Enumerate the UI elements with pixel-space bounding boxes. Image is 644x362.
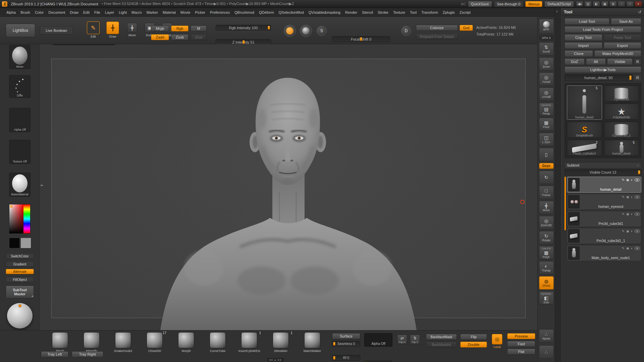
right-shelf-button[interactable]: ╋ Move	[539, 201, 554, 214]
titlebar-icon[interactable]: ▦	[601, 1, 608, 7]
uv-icon[interactable]: ◉	[626, 246, 629, 250]
polypaint-icon[interactable]: ✎	[622, 212, 625, 216]
seamless-slider[interactable]: Seamless 0	[332, 341, 360, 347]
visible-count-slider[interactable]: Visible Count 13	[565, 169, 641, 175]
import-button[interactable]: Import	[565, 42, 602, 49]
right-shelf-button[interactable]: ◐ Transp	[539, 261, 554, 275]
lightbox-button[interactable]: LightBox	[6, 24, 35, 37]
visibility-eye-icon[interactable]	[635, 230, 640, 233]
move-tool[interactable]: ╋ Move	[125, 23, 140, 37]
menu-item[interactable]: Preferences	[208, 9, 232, 16]
shade-icon[interactable]: ◐	[631, 246, 633, 250]
right-shelf-button[interactable]: ▯	[539, 148, 554, 161]
xpose-button[interactable]: ∴	[539, 345, 554, 359]
goz-r-button[interactable]: R	[634, 58, 641, 65]
subtool-scrollbar[interactable]	[565, 177, 566, 230]
alternate-button[interactable]: Alternate	[6, 269, 34, 274]
right-shelf-button[interactable]: ↻	[539, 171, 554, 184]
brush-item[interactable]: Pinch	[44, 330, 76, 354]
canvas-pager[interactable]: ◂◂ ▴ ▸▸	[267, 358, 284, 362]
tool-thumbnail[interactable]: 5 human_detail	[604, 140, 639, 156]
menu-item[interactable]: QVisiable&masking	[306, 9, 343, 16]
colorize-button[interactable]: Colorize	[416, 25, 458, 31]
shade-icon[interactable]: ◐	[631, 212, 633, 216]
brush-item[interactable]: MatchMaker	[297, 330, 328, 354]
flip-h-button[interactable]: ⇄Flip H	[397, 335, 407, 345]
menu-item[interactable]: Document	[46, 9, 67, 16]
hue-strip[interactable]	[23, 204, 30, 233]
see-through-slider[interactable]: See-through 0	[494, 1, 524, 7]
make-polymesh3d-button[interactable]: Make PolyMesh3D	[594, 50, 641, 57]
paste-tool-button[interactable]: Paste Tool	[604, 34, 642, 41]
menu-item[interactable]: Transform	[419, 9, 440, 16]
right-shelf-button[interactable]: ◎ Actual	[539, 72, 554, 86]
surface-button[interactable]: Surface	[332, 333, 360, 339]
fill-object-button[interactable]: FillObject	[6, 277, 34, 282]
menu-item[interactable]: Alpha	[4, 9, 18, 16]
uv-icon[interactable]: ◉	[626, 178, 629, 182]
right-shelf-button[interactable]: SPix 3	[539, 35, 554, 41]
menu-item[interactable]: Stencil	[360, 9, 375, 16]
menu-item[interactable]: Texture	[391, 9, 408, 16]
subtool-row[interactable]: ✎ ◉ ◐ Pm3d_cube3d1	[567, 211, 641, 227]
default-zscript-button[interactable]: DefaultZScript	[544, 1, 574, 7]
polypaint-icon[interactable]: ✎	[622, 195, 625, 199]
menu-item[interactable]: Marker	[144, 9, 160, 16]
menu-item[interactable]: Edit	[81, 9, 92, 16]
rf-slider[interactable]: Rf 0	[332, 355, 360, 361]
rgb-button[interactable]: Rgb	[171, 25, 189, 32]
menu-item[interactable]: Zplugin	[440, 9, 457, 16]
alpha-off-thumbnail-bottom[interactable]: Alpha Off	[364, 333, 392, 347]
canvas[interactable]: ◂▸	[40, 44, 537, 330]
subtool-header[interactable]: Subtool −	[565, 162, 641, 168]
right-shelf-button[interactable]: ◫ L.Sym	[539, 133, 554, 146]
focal-shift-slider[interactable]: Focal Shift 0	[332, 36, 390, 42]
switch-color-button[interactable]: SwitchColor	[6, 253, 34, 259]
titlebar-icon[interactable]: ◧	[593, 1, 600, 7]
shade-icon[interactable]: ◐	[631, 195, 633, 199]
menu-item[interactable]: Color	[33, 9, 46, 16]
menu-item[interactable]: Brush	[18, 9, 33, 16]
main-color-swatch[interactable]	[9, 238, 20, 248]
menu-item[interactable]: QSelectionMod	[276, 9, 306, 16]
menu-item[interactable]: Render	[343, 9, 360, 16]
goz-button[interactable]: GoZ	[565, 58, 585, 65]
visibility-eye-icon[interactable]	[635, 213, 640, 216]
shelf-drag-bar[interactable]	[53, 44, 115, 45]
backmask-int-button[interactable]: BackMaskInt	[426, 342, 457, 348]
menu-item[interactable]: Layer	[103, 9, 117, 16]
visibility-eye-icon[interactable]	[635, 178, 640, 182]
brush-item[interactable]: CurveTube	[202, 330, 233, 354]
gradient-button[interactable]: Gradient	[6, 261, 34, 267]
zcut-button[interactable]: Zcut	[191, 34, 207, 40]
polypaint-from-texture-button[interactable]: Polypaint From Texture	[416, 34, 458, 40]
refresh-icon[interactable]: ↺	[638, 10, 641, 14]
flat-button[interactable]: Flat	[507, 349, 535, 355]
secondary-color-swatch[interactable]	[20, 238, 31, 248]
zsub-button[interactable]: Zsub	[171, 34, 189, 40]
menu-item[interactable]: Light	[116, 9, 129, 16]
right-shelf-button[interactable]: □ Frame	[539, 186, 554, 199]
tool-thumbnail[interactable]: SimpleBrush	[567, 122, 602, 138]
stroke-preview[interactable]	[300, 25, 312, 37]
subtool-row[interactable]: ✎ ◉ ◐ human_eyesout	[567, 194, 641, 210]
uv-icon[interactable]: ◉	[626, 212, 629, 216]
brush-item[interactable]: SnakeHook2	[107, 330, 139, 354]
material-thumbnail[interactable]: BasicMaterial	[9, 173, 31, 197]
right-shelf-button[interactable]: ◎ AAHalf	[539, 87, 554, 101]
tray-edge-handles[interactable]: ◂▸	[40, 184, 44, 187]
right-shelf-button[interactable]: BPR	[539, 19, 554, 34]
tray-left-button[interactable]: Tray Left	[41, 351, 68, 357]
load-tools-from-project-button[interactable]: Load Tools From Project	[565, 26, 641, 33]
rgb-intensity-slider[interactable]: Rgb Intensity 100	[216, 25, 271, 31]
clone-button[interactable]: Clone	[565, 50, 593, 57]
brush-item[interactable]: 17 Chisel3D	[139, 330, 170, 354]
titlebar-icon[interactable]: ⊞	[609, 1, 617, 7]
shade-icon[interactable]: ◐	[631, 178, 633, 182]
saturation-square[interactable]	[9, 204, 23, 233]
m-button[interactable]: M	[191, 25, 207, 32]
right-shelf-button[interactable]: Dynamic ▤ Persp	[539, 103, 554, 116]
right-shelf-button[interactable]: ↻ Rotate	[539, 231, 554, 244]
current-tool-slider[interactable]: human_detail. 50	[565, 74, 633, 81]
tray-right-button[interactable]: Tray Right	[72, 351, 103, 357]
